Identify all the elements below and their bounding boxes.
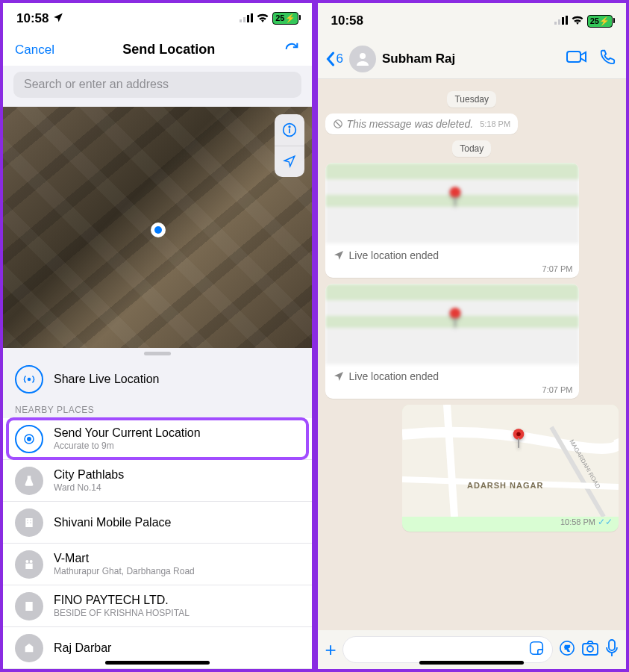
message-time: 7:07 PM xyxy=(325,264,579,278)
svg-rect-19 xyxy=(554,22,557,25)
svg-rect-35 xyxy=(531,642,543,655)
svg-point-9 xyxy=(28,437,31,441)
broadcast-icon xyxy=(15,365,43,393)
sticker-button[interactable] xyxy=(528,640,545,659)
place-row[interactable]: City PathlabsWard No.14 xyxy=(3,460,312,502)
clock: 10:58 xyxy=(331,13,363,28)
building-icon xyxy=(15,634,43,662)
nearby-places-header: NEARBY PLACES xyxy=(3,400,312,418)
sheet-grabber[interactable] xyxy=(3,348,312,358)
wifi-icon xyxy=(572,13,583,28)
map-recenter-button[interactable] xyxy=(275,146,304,177)
map-area-label: ADARSH NAGAR xyxy=(467,481,543,490)
location-ended-icon xyxy=(333,249,345,261)
svg-rect-3 xyxy=(251,13,253,22)
chat-body[interactable]: Tuesday This message was deleted. 5:18 P… xyxy=(318,79,627,630)
share-live-location-button[interactable]: Share Live Location xyxy=(3,358,312,400)
map-view[interactable] xyxy=(3,107,312,348)
camera-button[interactable] xyxy=(581,640,599,660)
svg-point-16 xyxy=(30,560,33,563)
avatar[interactable] xyxy=(349,46,376,72)
svg-rect-18 xyxy=(25,602,32,611)
svg-point-39 xyxy=(587,646,593,652)
svg-rect-10 xyxy=(25,518,32,527)
place-row[interactable]: Shivani Mobile Palace xyxy=(3,502,312,544)
location-message[interactable]: Live location ended 7:07 PM xyxy=(325,163,579,278)
svg-rect-21 xyxy=(562,17,564,25)
svg-rect-0 xyxy=(240,19,242,22)
svg-rect-1 xyxy=(243,17,245,22)
battery-icon: 25⚡ xyxy=(587,15,613,28)
cancel-button[interactable]: Cancel xyxy=(15,43,54,57)
page-title: Send Location xyxy=(122,42,215,57)
cellular-icon xyxy=(240,11,253,26)
svg-point-27 xyxy=(449,187,460,198)
svg-rect-28 xyxy=(454,196,456,206)
nav-bar: Cancel Send Location xyxy=(3,34,312,66)
refresh-button[interactable] xyxy=(284,40,300,60)
flask-icon xyxy=(15,467,43,495)
read-receipt-icon: ✓✓ xyxy=(598,517,613,527)
chat-contact-name[interactable]: Subham Raj xyxy=(382,52,557,66)
svg-point-6 xyxy=(289,126,290,128)
svg-point-23 xyxy=(360,53,366,59)
rupee-button[interactable]: ₹ xyxy=(559,640,575,660)
svg-rect-40 xyxy=(609,640,615,650)
svg-rect-24 xyxy=(567,52,581,62)
location-arrow-icon xyxy=(53,11,63,26)
svg-point-33 xyxy=(516,432,521,437)
status-bar: 10:58 25⚡ xyxy=(3,3,312,34)
map-pin-icon xyxy=(510,427,527,452)
wifi-icon xyxy=(257,11,269,26)
message-time: 10:58 PM xyxy=(560,517,595,526)
target-icon xyxy=(15,425,43,453)
date-separator: Today xyxy=(452,140,491,157)
svg-rect-20 xyxy=(558,19,560,25)
map-thumbnail: ADARSH NAGAR MAGARDAHI ROAD xyxy=(402,405,619,517)
message-input[interactable] xyxy=(342,636,553,663)
video-call-button[interactable] xyxy=(563,46,590,72)
clock: 10:58 xyxy=(16,11,48,26)
svg-rect-17 xyxy=(25,563,32,568)
svg-rect-22 xyxy=(566,16,568,25)
current-location-dot xyxy=(151,223,166,237)
message-time: 7:07 PM xyxy=(325,385,579,399)
map-thumbnail xyxy=(325,163,579,243)
svg-rect-13 xyxy=(27,522,28,523)
map-pin-icon xyxy=(447,185,463,211)
home-indicator xyxy=(419,661,524,665)
svg-point-7 xyxy=(28,379,31,381)
place-row[interactable]: V-MartMathurapur Ghat, Darbhanga Road xyxy=(3,544,312,585)
svg-rect-14 xyxy=(30,522,31,523)
voice-call-button[interactable] xyxy=(596,46,619,72)
deleted-message: This message was deleted. 5:18 PM xyxy=(325,113,519,134)
location-ended-icon xyxy=(333,370,345,382)
send-current-location-button[interactable]: Send Your Current Location Accurate to 9… xyxy=(3,418,312,460)
shop-icon xyxy=(15,550,43,579)
svg-rect-11 xyxy=(27,520,28,520)
attach-button[interactable]: + xyxy=(325,638,337,662)
sent-location-message[interactable]: ADARSH NAGAR MAGARDAHI ROAD 10:58 PM ✓✓ xyxy=(402,405,619,532)
svg-rect-2 xyxy=(247,15,249,22)
svg-point-15 xyxy=(25,560,28,563)
svg-rect-12 xyxy=(30,520,31,520)
svg-text:₹: ₹ xyxy=(565,644,570,652)
chat-nav-bar: 6 Subham Raj xyxy=(318,39,627,79)
battery-icon: 25⚡ xyxy=(272,12,298,25)
map-thumbnail xyxy=(325,284,579,364)
date-separator: Tuesday xyxy=(447,91,496,108)
building-icon xyxy=(15,508,43,537)
home-indicator xyxy=(105,661,210,665)
map-pin-icon xyxy=(447,306,463,332)
search-input[interactable]: Search or enter an address xyxy=(13,72,301,98)
location-message[interactable]: Live location ended 7:07 PM xyxy=(325,284,579,399)
svg-point-29 xyxy=(449,308,460,319)
svg-rect-30 xyxy=(454,317,456,327)
place-row[interactable]: FINO PAYTECH LTD.BESIDE OF KRISHNA HOSPI… xyxy=(3,585,312,627)
back-button[interactable]: 6 xyxy=(325,52,343,66)
svg-rect-34 xyxy=(518,438,519,448)
mic-button[interactable] xyxy=(605,639,619,661)
status-bar: 10:58 25⚡ xyxy=(318,3,627,39)
svg-line-26 xyxy=(335,122,340,127)
map-info-button[interactable] xyxy=(275,114,304,146)
